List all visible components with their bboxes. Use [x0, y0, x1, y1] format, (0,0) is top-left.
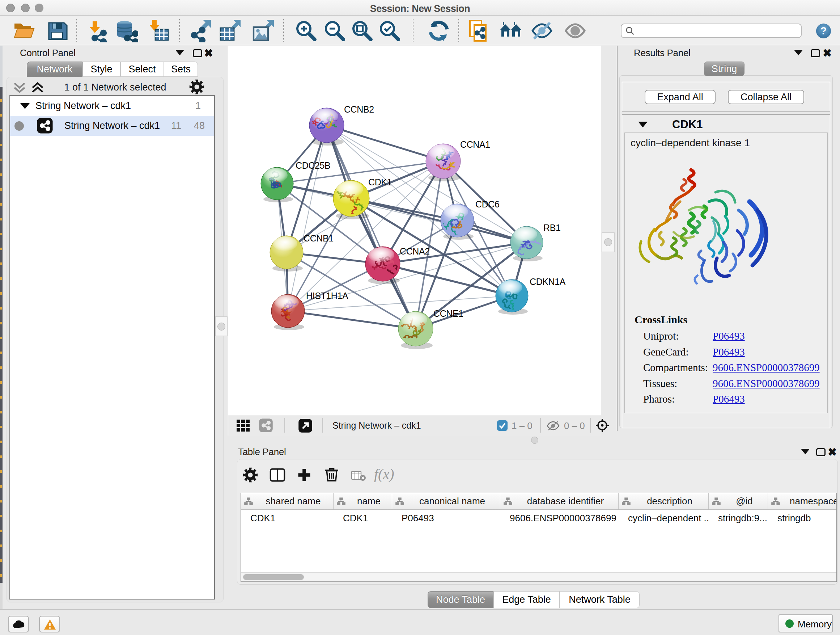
svg-text:CDC6: CDC6 — [475, 199, 499, 209]
svg-text:CCNA1: CCNA1 — [460, 139, 490, 149]
svg-text:CDK1: CDK1 — [368, 177, 392, 187]
svg-text:CCNB1: CCNB1 — [303, 233, 333, 243]
svg-text:CDC25B: CDC25B — [295, 160, 330, 171]
svg-text:RB1: RB1 — [543, 223, 561, 233]
svg-text:CCNB2: CCNB2 — [344, 104, 374, 114]
svg-text:CCNE1: CCNE1 — [433, 309, 463, 318]
svg-text:HIST1H1A: HIST1H1A — [306, 291, 348, 301]
svg-text:CDKN1A: CDKN1A — [530, 277, 566, 287]
svg-text:?: ? — [821, 25, 827, 36]
svg-text:CCNA2: CCNA2 — [400, 246, 430, 256]
